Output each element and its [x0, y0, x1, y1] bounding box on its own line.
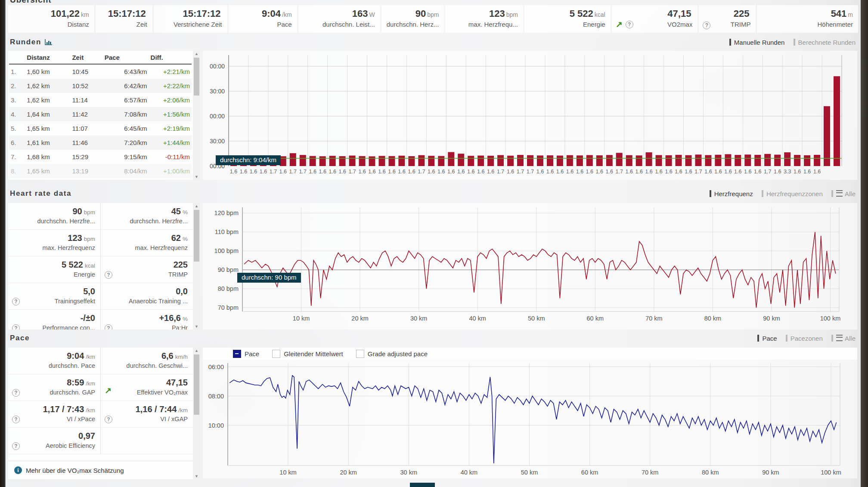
- scroll-down-icon[interactable]: ▼: [193, 473, 200, 479]
- svg-text:1.6: 1.6: [704, 169, 712, 175]
- svg-text:1.6: 1.6: [507, 169, 514, 175]
- overview-stats-bar: 101,22km Distanz 15:17:12 Zeit 15:17:12 …: [8, 5, 858, 33]
- svg-text:1.6: 1.6: [230, 169, 237, 175]
- tab-herzfrequenzzonen[interactable]: Herzfrequenzzonen: [766, 190, 823, 197]
- col-pace[interactable]: Pace: [103, 51, 149, 64]
- heart-scrollbar[interactable]: ▲ ▼: [193, 203, 200, 330]
- tab-berechnete-runden[interactable]: Berechnete Runden: [798, 39, 856, 46]
- svg-text:1.6: 1.6: [645, 169, 652, 175]
- lap-row: 1.1,60 km10:456:43/km+2:21/km: [9, 64, 192, 79]
- pace-scrollbar[interactable]: ▲ ▼: [193, 348, 200, 479]
- svg-text:1.6: 1.6: [260, 169, 267, 175]
- svg-text:1.6: 1.6: [378, 169, 385, 175]
- svg-text:1.6: 1.6: [556, 169, 564, 175]
- laps-table: Distanz Zeit Pace Diff. 1.1,60 km10:456:…: [9, 51, 192, 178]
- overview-stat-avg-power: 163W durchschn. Leist...: [298, 5, 380, 33]
- stat-avg-speed: 6,6km/hdurchschn. Geschwi...: [100, 348, 193, 374]
- lap-row: 5.1,65 km11:076:45/km+2:19/km: [9, 121, 192, 136]
- svg-text:00:00: 00:00: [210, 113, 225, 120]
- svg-text:10:00: 10:00: [208, 422, 224, 429]
- col-zeit[interactable]: Zeit: [70, 51, 102, 64]
- pace-row: 9:04/kmdurchschn. Pace 6,6km/hdurchschn.…: [6, 348, 861, 482]
- info-icon: i: [14, 466, 22, 474]
- svg-text:1.6: 1.6: [714, 169, 722, 175]
- svg-text:3.3: 3.3: [784, 169, 791, 175]
- svg-text:1.6: 1.6: [536, 169, 544, 175]
- svg-text:1.6: 1.6: [626, 169, 633, 175]
- help-icon[interactable]: ?: [105, 324, 112, 330]
- tab-alle-pace[interactable]: Alle: [845, 335, 856, 342]
- heart-rate-chart[interactable]: durchschn: 90 bpm 10 km20 km30 km40 km50…: [203, 203, 857, 330]
- svg-text:1.6: 1.6: [744, 169, 751, 175]
- scroll-up-icon[interactable]: ▲: [193, 348, 200, 354]
- svg-text:1.6: 1.6: [388, 169, 395, 175]
- pace-tabs: Pace Pacezonen Alle: [750, 335, 856, 342]
- scrollbar-thumb[interactable]: [194, 354, 199, 415]
- help-icon[interactable]: ?: [12, 442, 20, 450]
- help-icon[interactable]: ?: [12, 324, 20, 330]
- svg-text:1.6: 1.6: [636, 169, 643, 175]
- scrollbar-thumb[interactable]: [194, 210, 199, 262]
- checkbox-moving-average[interactable]: [272, 350, 280, 358]
- help-icon[interactable]: ?: [12, 389, 20, 397]
- stat-performance-condition: ?-/±0Performance con...: [8, 310, 100, 330]
- heart-row: 90bpmdurchschn. Herzfre... 45%durchschn.…: [6, 203, 861, 331]
- help-icon[interactable]: ?: [12, 416, 20, 423]
- stat-vi-xpace: ?1,17 / 7:43/kmVI / xPace: [8, 401, 100, 427]
- scroll-up-icon[interactable]: ▲: [193, 51, 200, 57]
- svg-text:30:00: 30:00: [210, 88, 225, 95]
- scroll-up-icon[interactable]: ▲: [193, 203, 200, 209]
- tab-herzfrequenz[interactable]: Herzfrequenz: [714, 190, 753, 197]
- svg-text:1.6: 1.6: [803, 169, 811, 175]
- svg-text:70 km: 70 km: [642, 469, 659, 476]
- tab-pacezonen[interactable]: Pacezonen: [790, 335, 823, 342]
- pace-chart-legend: Pace Gleitender Mittelwert Grade adjuste…: [203, 348, 857, 360]
- svg-text:1.6: 1.6: [279, 169, 287, 175]
- scroll-down-icon[interactable]: ▼: [193, 174, 200, 180]
- tab-manuelle-runden[interactable]: Manuelle Runden: [734, 39, 785, 46]
- help-icon[interactable]: ?: [626, 21, 633, 28]
- pace-chart[interactable]: 10 km20 km30 km40 km50 km60 km70 km80 km…: [203, 360, 857, 478]
- overview-stat-vo2max: ↗? 47,15 VO2max: [612, 5, 698, 33]
- svg-text:1.6: 1.6: [368, 169, 375, 175]
- col-distanz[interactable]: Distanz: [25, 51, 70, 64]
- svg-text:70 bpm: 70 bpm: [218, 304, 239, 311]
- svg-text:1.6: 1.6: [408, 169, 415, 175]
- stat-avg-hr: 90bpmdurchschn. Herzfre...: [8, 203, 100, 229]
- checkbox-pace[interactable]: [233, 350, 241, 358]
- help-icon[interactable]: ?: [105, 271, 112, 279]
- svg-text:10 km: 10 km: [293, 315, 310, 322]
- svg-text:30:00: 30:00: [210, 138, 225, 145]
- overview-stat-duration: 15:17:12 Zeit: [96, 5, 152, 33]
- stat-row: 9:04/kmdurchschn. Pace 6,6km/hdurchschn.…: [8, 348, 193, 374]
- checkbox-grade-adjusted[interactable]: [356, 350, 364, 358]
- bar-chart-icon[interactable]: [45, 39, 52, 45]
- svg-text:1.7: 1.7: [527, 169, 534, 175]
- svg-text:1.6: 1.6: [576, 169, 583, 175]
- help-icon[interactable]: ?: [703, 22, 710, 29]
- svg-text:100 km: 100 km: [820, 315, 841, 322]
- lap-row: 4.1,64 km11:427:08/km+1:56/km: [9, 107, 192, 121]
- stat-training-effect: ?5,0Trainingseffekt: [8, 283, 100, 309]
- trend-up-icon: ↗: [616, 19, 623, 29]
- scroll-down-icon[interactable]: ▼: [193, 324, 200, 330]
- activity-analysis-page: Übersicht 101,22km Distanz 15:17:12 Zeit…: [0, 0, 868, 487]
- laps-scrollbar[interactable]: ▲ ▼: [193, 51, 200, 180]
- tab-pace[interactable]: Pace: [762, 335, 777, 342]
- help-icon[interactable]: ?: [105, 416, 112, 423]
- help-icon[interactable]: ?: [12, 298, 20, 305]
- vo2max-info-link[interactable]: i Mehr über die VO₂max Schätzung: [8, 461, 193, 479]
- stat-trimp: ?225TRIMP: [100, 256, 193, 283]
- svg-text:1.7: 1.7: [299, 169, 307, 175]
- svg-text:1.6: 1.6: [358, 169, 366, 175]
- tab-alle-hr[interactable]: Alle: [845, 190, 856, 197]
- stat-avg-hr-pct: 45%durchschn. Herzfre...: [100, 203, 193, 229]
- stat-aerobic-efficiency: ?0,97Aerobic Efficiency: [8, 428, 100, 454]
- stat-energy: 5 522kcalEnergie: [8, 256, 100, 283]
- col-diff[interactable]: Diff.: [149, 51, 192, 64]
- scrollbar-thumb[interactable]: [194, 58, 199, 96]
- tab-marker: [794, 39, 795, 46]
- svg-text:1.7: 1.7: [694, 169, 702, 175]
- laps-bar-chart[interactable]: durchschn: 9:04/km 00:0030:0000:0030:000…: [203, 51, 857, 180]
- svg-text:1.6: 1.6: [724, 169, 732, 175]
